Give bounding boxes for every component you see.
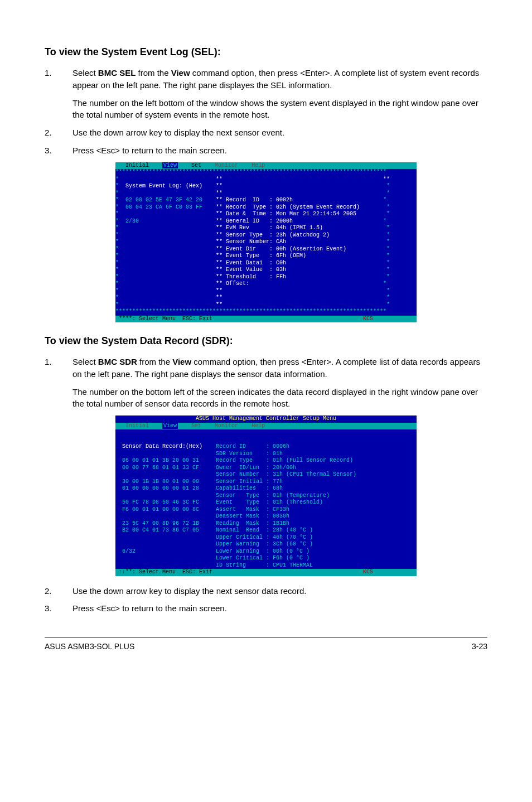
step-text: Use the down arrow key to display the ne…: [72, 585, 487, 597]
sel-terminal: Initial View Set Monitor Help **********…: [45, 162, 487, 323]
hex-row: 02 00 02 5E 47 3F 42 20: [125, 197, 202, 203]
record-count: 6/32: [122, 548, 136, 554]
hex-row: F6 00 01 01 00 00 00 8C: [122, 506, 199, 513]
sel-steps: 1. Select BMC SEL from the View command …: [45, 67, 487, 157]
hex-row: B2 00 C4 01 73 86 C7 05: [122, 527, 199, 533]
sdr-step-2: 2. Use the down arrow key to display the…: [45, 585, 487, 597]
step-text: Press <Esc> to return to the main screen…: [72, 144, 487, 157]
sel-step-3: 3. Press <Esc> to return to the main scr…: [45, 144, 487, 157]
step-number: 3.: [45, 602, 72, 615]
page-footer: ASUS ASMB3-SOL PLUS 3-23: [45, 637, 487, 652]
sdr-step-1: 1. Select BMC SDR from the View command …: [45, 356, 487, 410]
step-number: 3.: [45, 144, 72, 157]
record-count: 2/30: [125, 218, 139, 224]
sel-step-2: 2. Use the down arrow key to display the…: [45, 127, 487, 139]
footer-right: 3-23: [472, 641, 487, 652]
left-pane-title: System Event Log: (Hex): [125, 183, 202, 189]
step-text: Press <Esc> to return to the main screen…: [72, 602, 487, 615]
status-bar: ↑↓**: Select Menu ESC: Exit KCS: [115, 569, 417, 576]
step-number: 1.: [45, 356, 72, 410]
menubar: Initial View Set Monitor Help: [115, 162, 417, 170]
hex-row: 50 FC 78 D8 50 46 3C FC: [122, 499, 199, 505]
sdr-step-3: 3. Press <Esc> to return to the main scr…: [45, 602, 487, 615]
sel-step1-para2: The number on the left bottom of the win…: [72, 97, 487, 122]
step-text: Select BMC SEL from the View command opt…: [72, 67, 487, 121]
term2-title: ASUS Host Management Controller Setup Me…: [115, 416, 417, 423]
hex-row: 06 00 01 01 3B 20 00 31: [122, 457, 199, 463]
hex-row: 00 04 23 CA 6F C0 03 FF: [125, 204, 202, 210]
sel-heading: To view the System Event Log (SEL):: [45, 45, 487, 59]
sdr-steps-cont: 2. Use the down arrow key to display the…: [45, 585, 487, 615]
step-number: 2.: [45, 127, 72, 139]
sdr-step1-para2: The number on the bottom left of the scr…: [72, 386, 487, 410]
sdr-terminal: ASUS Host Management Controller Setup Me…: [45, 416, 487, 576]
step-text: Use the down arrow key to display the ne…: [72, 127, 487, 139]
footer-left: ASUS ASMB3-SOL PLUS: [45, 641, 134, 652]
step-number: 2.: [45, 585, 72, 597]
step-text: Select BMC SDR from the View command opt…: [72, 356, 487, 410]
sel-step-1: 1. Select BMC SEL from the View command …: [45, 67, 487, 121]
sdr-heading: To view the System Data Record (SDR):: [45, 334, 487, 348]
hex-row: 01 00 00 00 00 00 01 28: [122, 485, 199, 491]
left-pane-title: Sensor Data Record:(Hex): [122, 443, 202, 450]
status-bar: ****: Select Menu ESC: Exit KCS: [115, 316, 417, 323]
sdr-steps: 1. Select BMC SDR from the View command …: [45, 356, 487, 410]
menubar: Initial View Set Monitor Help: [115, 423, 417, 430]
hex-row: 00 00 77 68 01 01 33 CF: [122, 465, 199, 471]
step-number: 1.: [45, 67, 72, 121]
hex-row: 23 5C 47 00 8D 96 72 1B: [122, 520, 199, 526]
hex-row: 30 00 1B 1B 80 01 00 00: [122, 479, 199, 485]
